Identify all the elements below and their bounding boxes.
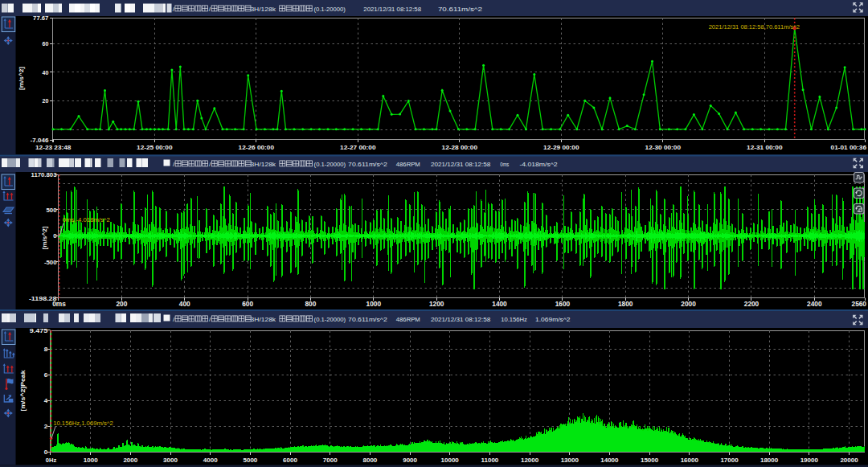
svg-text:8000: 8000 (363, 457, 378, 464)
svg-text:0: 0 (53, 232, 57, 240)
svg-text:2021/12/31 08:12:58: 2021/12/31 08:12:58 (431, 161, 491, 168)
svg-text:6: 6 (44, 371, 48, 379)
svg-text:12-31 00:00: 12-31 00:00 (747, 145, 783, 150)
svg-text:1600: 1600 (555, 300, 571, 308)
svg-text:800: 800 (305, 300, 316, 308)
svg-text:3H/128k: 3H/128k (251, 161, 277, 168)
svg-text:2560: 2560 (852, 300, 867, 308)
svg-text:1170.803: 1170.803 (31, 171, 58, 178)
svg-text:2200: 2200 (744, 300, 760, 308)
svg-text:1.069m/s^2: 1.069m/s^2 (535, 316, 571, 323)
svg-text:[m/s^2]Peak: [m/s^2]Peak (19, 370, 27, 412)
svg-text:2021/12/31 08:12:58: 2021/12/31 08:12:58 (363, 6, 421, 13)
svg-text:1800: 1800 (618, 300, 633, 308)
svg-text:(0.1-20000): (0.1-20000) (313, 6, 346, 13)
svg-text:7000: 7000 (323, 457, 338, 464)
svg-text:6000: 6000 (283, 457, 297, 464)
svg-text:12-29 00:00: 12-29 00:00 (543, 145, 579, 150)
svg-text:0Hz: 0Hz (46, 457, 57, 464)
svg-text:12-30 00:00: 12-30 00:00 (645, 145, 682, 150)
svg-text:15000: 15000 (641, 457, 659, 464)
svg-text:400: 400 (179, 300, 190, 308)
svg-text:9.475: 9.475 (30, 327, 48, 334)
svg-text:18000: 18000 (760, 457, 779, 464)
svg-text:0ms: 0ms (52, 300, 66, 308)
svg-text:12-25 00:00: 12-25 00:00 (137, 145, 173, 150)
svg-text:4: 4 (44, 397, 48, 404)
svg-text:10.156Hz: 10.156Hz (501, 316, 527, 323)
svg-text:70.611m/s^2: 70.611m/s^2 (348, 316, 387, 323)
svg-text:0ms: 0ms (500, 161, 509, 168)
svg-text:1000: 1000 (366, 300, 382, 308)
svg-text:12000: 12000 (521, 457, 539, 464)
svg-text:4000: 4000 (203, 457, 218, 464)
svg-text:2400: 2400 (807, 300, 822, 308)
svg-text:2000: 2000 (123, 457, 137, 464)
svg-text:77.67: 77.67 (33, 15, 48, 21)
svg-text:70.611m/s^2: 70.611m/s^2 (348, 161, 387, 168)
svg-text:0ms,-4.018m/s^2: 0ms,-4.018m/s^2 (63, 216, 110, 223)
svg-text:5000: 5000 (244, 457, 258, 464)
svg-text:-500: -500 (44, 259, 57, 266)
svg-text:11000: 11000 (481, 457, 498, 464)
svg-text:14000: 14000 (600, 457, 619, 464)
svg-text:70.611m/s^2: 70.611m/s^2 (438, 6, 483, 13)
svg-text:600: 600 (242, 300, 253, 308)
svg-text:(0.1-20000): (0.1-20000) (314, 161, 346, 168)
svg-text:2000: 2000 (681, 300, 696, 308)
svg-text:12-27 00:00: 12-27 00:00 (340, 145, 376, 150)
svg-text:3H/128k: 3H/128k (251, 316, 277, 323)
svg-text:0: 0 (44, 449, 48, 456)
svg-text:20000: 20000 (840, 457, 858, 464)
svg-text:1400: 1400 (492, 300, 507, 308)
svg-text:8: 8 (44, 346, 48, 353)
svg-text:9000: 9000 (403, 457, 417, 464)
svg-text:3000: 3000 (163, 457, 178, 464)
svg-text:2: 2 (44, 423, 48, 430)
svg-text:13000: 13000 (561, 457, 579, 464)
svg-text:486RPM: 486RPM (396, 161, 420, 168)
svg-text:12-28 00:00: 12-28 00:00 (442, 145, 478, 150)
svg-text:19000: 19000 (800, 457, 819, 464)
svg-text:1000: 1000 (84, 457, 98, 464)
svg-text:10.156Hz,1.069m/s^2: 10.156Hz,1.069m/s^2 (53, 420, 113, 427)
svg-text:20: 20 (43, 98, 49, 104)
svg-text:200: 200 (116, 300, 127, 308)
svg-text:60: 60 (43, 41, 49, 47)
svg-text:17000: 17000 (720, 457, 739, 464)
svg-text:16000: 16000 (681, 457, 699, 464)
svg-text:3H/128k: 3H/128k (250, 6, 276, 13)
svg-text:1200: 1200 (429, 300, 444, 308)
svg-text:-7.046: -7.046 (31, 137, 49, 143)
svg-text:12-26 00:00: 12-26 00:00 (239, 145, 275, 150)
svg-text:10000: 10000 (441, 457, 460, 464)
svg-text:(0.1-20000): (0.1-20000) (314, 316, 346, 323)
svg-text:486RPM: 486RPM (396, 316, 420, 323)
svg-text:40: 40 (43, 70, 49, 76)
svg-text:2021/12/31 08:12:58,70.611m/s^: 2021/12/31 08:12:58,70.611m/s^2 (709, 23, 800, 31)
svg-text:500: 500 (46, 207, 57, 214)
svg-text:[m/s^2]: [m/s^2] (18, 66, 25, 90)
svg-text:[m/s^2]: [m/s^2] (41, 226, 48, 250)
svg-text:12-23 23:48: 12-23 23:48 (35, 145, 72, 150)
svg-text:2021/12/31 08:12:58: 2021/12/31 08:12:58 (431, 316, 491, 323)
svg-text:01-01 00:36: 01-01 00:36 (831, 145, 867, 150)
svg-text:-4.018m/s^2: -4.018m/s^2 (519, 161, 558, 168)
